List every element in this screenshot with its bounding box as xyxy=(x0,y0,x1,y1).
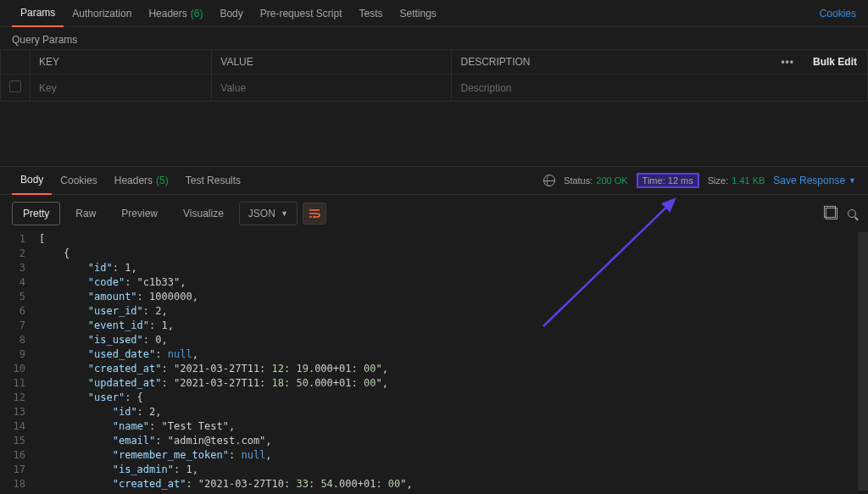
chevron-down-icon: ▼ xyxy=(849,176,856,185)
response-tabs: Body Cookies Headers (5) Test Results St… xyxy=(0,166,868,195)
headers-count: (6) xyxy=(191,1,203,26)
format-tab-pretty[interactable]: Pretty xyxy=(12,202,60,225)
query-params-title: Query Params xyxy=(0,27,868,49)
size-value: 1.41 KB xyxy=(732,175,765,186)
bulk-edit-link[interactable]: Bulk Edit xyxy=(803,56,867,68)
format-tab-visualize[interactable]: Visualize xyxy=(173,203,234,225)
tab-authorization[interactable]: Authorization xyxy=(64,0,140,27)
chevron-down-icon: ▼ xyxy=(281,209,288,218)
time-value: 12 ms xyxy=(668,175,693,186)
resp-tab-headers[interactable]: Headers (5) xyxy=(106,166,177,195)
status-label: Status: xyxy=(564,175,593,186)
globe-icon[interactable] xyxy=(543,175,555,186)
resp-tab-headers-label: Headers xyxy=(114,167,153,194)
resp-tab-body[interactable]: Body xyxy=(12,166,52,195)
param-description-input[interactable]: Description xyxy=(452,75,868,102)
tab-settings[interactable]: Settings xyxy=(392,0,445,27)
size-block[interactable]: Size: 1.41 KB xyxy=(708,175,765,186)
column-value: VALUE xyxy=(212,50,452,75)
wrap-icon xyxy=(309,208,320,219)
resp-headers-count: (5) xyxy=(156,167,169,194)
save-response-button[interactable]: Save Response ▼ xyxy=(773,175,856,186)
format-tab-raw[interactable]: Raw xyxy=(65,203,106,225)
spacer xyxy=(0,102,868,166)
format-tab-preview[interactable]: Preview xyxy=(111,203,168,225)
columns-more-icon[interactable]: ••• xyxy=(772,56,803,68)
search-icon[interactable] xyxy=(848,209,856,218)
tab-body[interactable]: Body xyxy=(211,0,251,27)
body-type-select[interactable]: JSON ▼ xyxy=(239,202,298,225)
response-body-editor[interactable]: 1 2 3 4 5 6 7 8 9 10 11 12 13 14 15 16 1… xyxy=(0,232,868,491)
editor-gutter: 1 2 3 4 5 6 7 8 9 10 11 12 13 14 15 16 1… xyxy=(0,232,34,491)
column-checkbox xyxy=(1,50,31,75)
tab-prerequest[interactable]: Pre-request Script xyxy=(252,0,351,27)
status-value: 200 OK xyxy=(596,175,627,186)
copy-icon[interactable] xyxy=(826,208,837,219)
tab-headers[interactable]: Headers (6) xyxy=(140,0,211,27)
column-key: KEY xyxy=(31,50,212,75)
params-table: KEY VALUE DESCRIPTION ••• Bulk Edit Key … xyxy=(0,49,868,102)
tab-headers-label: Headers xyxy=(148,1,186,26)
scrollbar[interactable] xyxy=(858,232,868,491)
tab-tests[interactable]: Tests xyxy=(350,0,391,27)
wrap-lines-button[interactable] xyxy=(303,203,326,225)
param-row-empty[interactable]: Key Value Description xyxy=(1,75,868,102)
param-row-checkbox[interactable] xyxy=(9,80,21,92)
status-block[interactable]: Status: 200 OK xyxy=(564,175,628,186)
request-tabs: Params Authorization Headers (6) Body Pr… xyxy=(0,0,868,27)
body-type-label: JSON xyxy=(248,208,275,219)
cookies-link[interactable]: Cookies xyxy=(820,8,856,19)
editor-code[interactable]: [ { "id": 1, "code": "c1b33", "amount": … xyxy=(34,232,868,491)
body-toolbar: Pretty Raw Preview Visualize JSON ▼ xyxy=(0,195,868,232)
size-label: Size: xyxy=(708,175,728,186)
time-block[interactable]: Time: 12 ms xyxy=(637,173,699,188)
param-value-input[interactable]: Value xyxy=(212,75,452,102)
tab-params[interactable]: Params xyxy=(12,0,64,27)
param-key-input[interactable]: Key xyxy=(31,75,212,102)
resp-tab-cookies[interactable]: Cookies xyxy=(52,166,105,195)
save-response-label: Save Response xyxy=(773,175,845,186)
resp-tab-test-results[interactable]: Test Results xyxy=(177,166,249,195)
time-label: Time: xyxy=(643,175,665,186)
column-description-label: DESCRIPTION xyxy=(460,56,530,68)
column-description: DESCRIPTION ••• Bulk Edit xyxy=(452,50,868,75)
